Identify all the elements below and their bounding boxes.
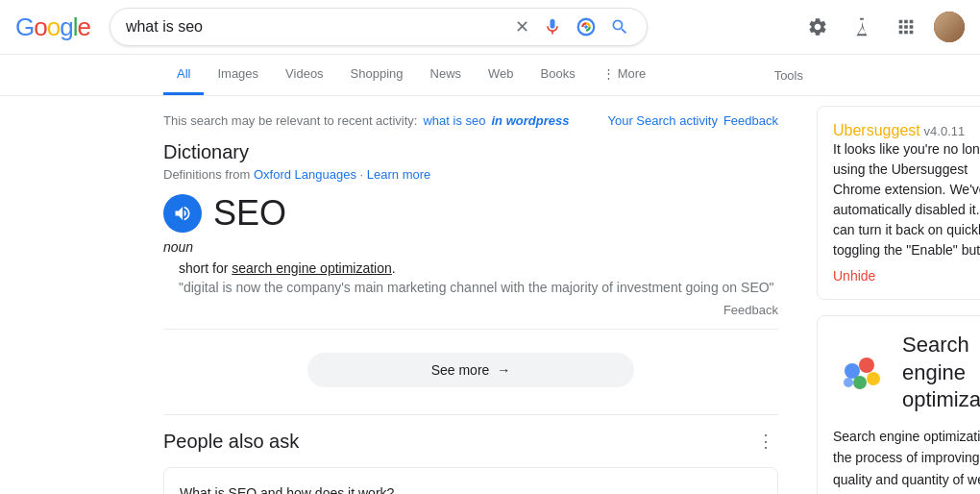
header-right <box>801 11 965 43</box>
clear-button[interactable]: ✕ <box>513 14 531 39</box>
search-icons: ✕ <box>513 14 631 39</box>
search-input[interactable] <box>126 18 505 36</box>
definition-prefix: short for <box>179 260 228 276</box>
see-more-button[interactable]: See more → <box>307 353 634 387</box>
seo-knowledge-card: Search engine optimization ⋮ Search engi… <box>817 315 980 494</box>
nav-item-shopping[interactable]: Shopping <box>337 55 417 95</box>
search-submit-icon <box>610 17 629 37</box>
ubersuggest-card: Ubersuggest v4.0.11 It looks like you're… <box>817 106 980 300</box>
learn-more-link[interactable]: Learn more <box>367 167 430 182</box>
paa-chevron-icon-0: ⌵ <box>750 482 762 494</box>
paa-title: People also ask <box>163 431 299 453</box>
seo-card-header: Search engine optimization <box>833 332 980 414</box>
ubersuggest-version: v4.0.11 <box>924 124 966 138</box>
apps-button[interactable] <box>890 11 922 43</box>
header: Google ✕ <box>0 0 980 55</box>
divider-2 <box>163 414 778 415</box>
people-also-ask-section: People also ask ⋮ What is SEO and how do… <box>163 427 778 494</box>
divider <box>163 329 778 330</box>
labs-button[interactable] <box>845 11 878 43</box>
search-button[interactable] <box>608 15 631 38</box>
feedback-link-dict[interactable]: Feedback <box>163 303 778 317</box>
search-info-prefix: This search may be relevant to recent ac… <box>163 113 417 128</box>
nav-item-more[interactable]: ⋮ More <box>589 55 660 95</box>
left-column: This search may be relevant to recent ac… <box>163 96 778 494</box>
nav-item-images[interactable]: Images <box>204 55 272 95</box>
ubersuggest-title: Ubersuggest <box>833 122 920 138</box>
nav-item-all[interactable]: All <box>163 55 204 95</box>
word-type: noun <box>163 239 778 255</box>
paa-menu-button[interactable]: ⋮ <box>753 427 778 456</box>
paa-item-0[interactable]: What is SEO and how does it work? ⌵ <box>163 467 778 494</box>
svg-point-6 <box>844 378 853 387</box>
ubersuggest-title-row: Ubersuggest v4.0.11 <box>833 122 980 139</box>
dictionary-source-prefix: Definitions from <box>163 167 250 182</box>
right-column: Ubersuggest v4.0.11 It looks like you're… <box>778 96 980 494</box>
lens-icon <box>576 16 597 37</box>
more-dots-icon: ⋮ <box>602 66 615 81</box>
lens-button[interactable] <box>574 14 599 39</box>
search-info-bar: This search may be relevant to recent ac… <box>163 106 778 136</box>
sound-button[interactable] <box>163 194 202 233</box>
definition-item: short for search engine optimization. <box>163 260 778 276</box>
apps-icon <box>895 16 917 37</box>
seo-logo-icon <box>833 344 891 402</box>
see-more-container: See more → <box>163 341 778 399</box>
unhide-link[interactable]: Unhide <box>833 268 875 284</box>
search-activity-bold-link[interactable]: in wordpress <box>492 113 570 128</box>
speaker-icon <box>173 204 192 223</box>
feedback-link-top[interactable]: Feedback <box>723 113 778 128</box>
settings-button[interactable] <box>801 11 834 43</box>
paa-header: People also ask ⋮ <box>163 427 778 456</box>
nav-item-web[interactable]: Web <box>475 55 527 95</box>
dictionary-section: Dictionary Definitions from Oxford Langu… <box>163 141 778 399</box>
mic-button[interactable] <box>541 15 564 38</box>
mic-icon <box>543 17 562 37</box>
dictionary-source: Definitions from Oxford Languages · Lear… <box>163 167 778 182</box>
paa-item-text-0: What is SEO and how does it work? <box>180 485 394 494</box>
main-layout: This search may be relevant to recent ac… <box>0 96 980 494</box>
ubersuggest-body: It looks like you're no longer using the… <box>833 139 980 260</box>
word-row: SEO <box>163 193 778 234</box>
dictionary-word: SEO <box>213 193 286 234</box>
search-nav: All Images Videos Shopping News Web Book… <box>0 55 980 96</box>
oxford-link[interactable]: Oxford Languages <box>254 167 356 182</box>
definition-link[interactable]: search engine optimization <box>232 260 392 276</box>
nav-item-videos[interactable]: Videos <box>272 55 337 95</box>
svg-point-4 <box>867 372 880 385</box>
labs-icon <box>851 16 872 37</box>
definition-quote: "digital is now the company's main marke… <box>163 280 778 295</box>
search-bar: ✕ <box>110 8 648 46</box>
your-search-activity-link[interactable]: Your Search activity <box>607 113 717 128</box>
seo-card-body: Search engine optimization is the proces… <box>833 426 980 494</box>
nav-item-news[interactable]: News <box>417 55 476 95</box>
svg-point-3 <box>859 358 874 373</box>
search-activity-plain-link[interactable]: what is seo <box>423 113 485 128</box>
gear-icon <box>807 16 828 37</box>
svg-point-5 <box>853 376 867 389</box>
svg-point-1 <box>584 25 588 29</box>
nav-tools[interactable]: Tools <box>761 57 817 94</box>
avatar[interactable] <box>934 12 965 42</box>
dictionary-title: Dictionary <box>163 141 778 163</box>
google-logo[interactable]: Google <box>15 12 90 42</box>
nav-item-books[interactable]: Books <box>527 55 589 95</box>
seo-card-title: Search engine optimization <box>902 332 980 414</box>
